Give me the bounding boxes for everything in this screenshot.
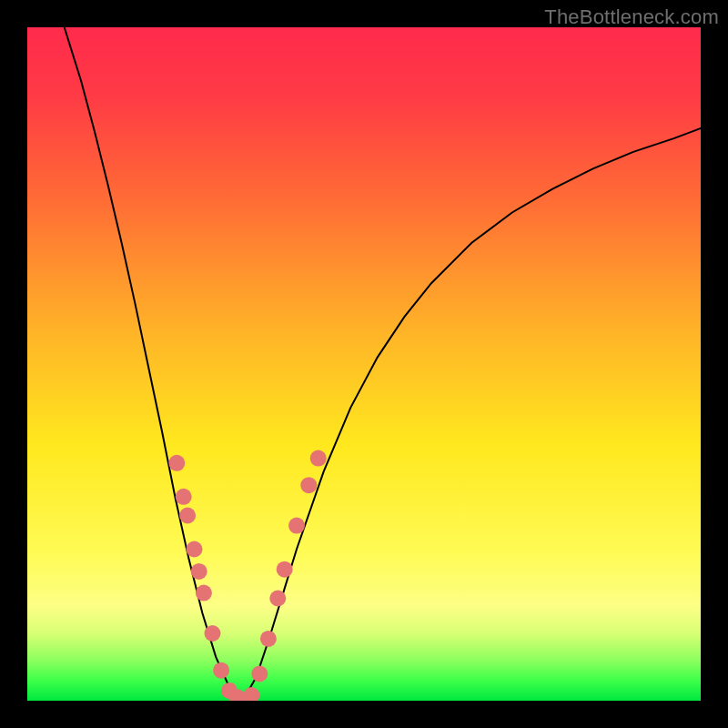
- data-point-marker: [260, 631, 277, 647]
- plot-area: [27, 27, 701, 701]
- data-point-marker: [176, 489, 192, 505]
- left-branch-curve: [65, 27, 243, 701]
- data-point-marker: [191, 563, 207, 580]
- right-branch-curve: [243, 128, 701, 701]
- watermark-text: TheBottleneck.com: [544, 5, 719, 29]
- data-point-marker: [310, 450, 327, 467]
- markers-right-group: [243, 450, 326, 701]
- markers-left-group: [168, 455, 246, 701]
- data-point-marker: [213, 662, 229, 679]
- data-point-marker: [251, 665, 268, 682]
- data-point-marker: [179, 508, 196, 524]
- curve-layer: [27, 27, 701, 701]
- data-point-marker: [243, 687, 259, 701]
- data-point-marker: [187, 541, 203, 558]
- data-point-marker: [300, 477, 317, 493]
- data-point-marker: [196, 585, 212, 602]
- data-point-marker: [269, 591, 286, 607]
- data-point-marker: [277, 561, 293, 578]
- data-point-marker: [205, 625, 221, 642]
- data-point-marker: [288, 518, 305, 534]
- chart-frame: TheBottleneck.com: [0, 0, 728, 728]
- data-point-marker: [168, 455, 185, 471]
